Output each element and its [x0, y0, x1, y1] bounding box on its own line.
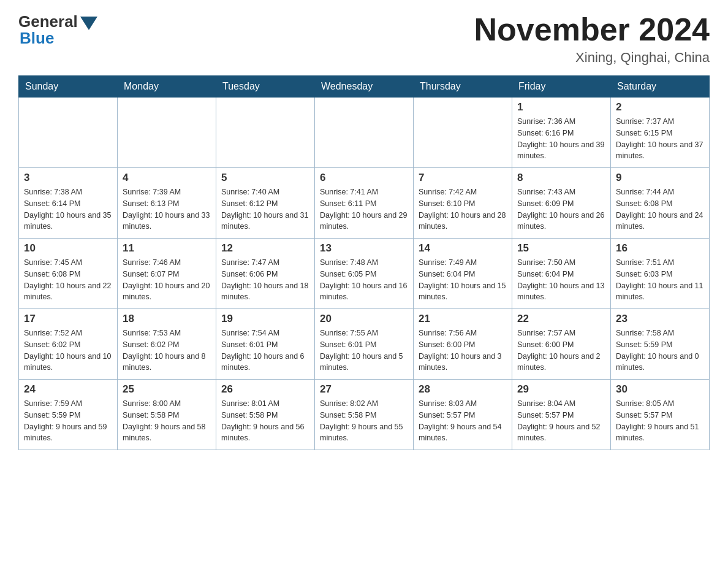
- day-number: 27: [320, 383, 408, 396]
- calendar-cell-3-4: 21Sunrise: 7:56 AMSunset: 6:00 PMDayligh…: [414, 309, 512, 380]
- day-number: 10: [24, 242, 112, 255]
- day-info: Sunrise: 7:41 AMSunset: 6:11 PMDaylight:…: [320, 186, 408, 232]
- day-number: 20: [320, 313, 408, 325]
- day-info: Sunrise: 7:52 AMSunset: 6:02 PMDaylight:…: [24, 327, 112, 373]
- day-info: Sunrise: 7:54 AMSunset: 6:01 PMDaylight:…: [221, 327, 309, 373]
- calendar-cell-1-5: 8Sunrise: 7:43 AMSunset: 6:09 PMDaylight…: [512, 168, 611, 239]
- calendar-cell-4-3: 27Sunrise: 8:02 AMSunset: 5:58 PMDayligh…: [315, 380, 414, 450]
- day-number: 26: [221, 383, 309, 396]
- calendar-cell-2-0: 10Sunrise: 7:45 AMSunset: 6:08 PMDayligh…: [19, 239, 118, 309]
- day-number: 29: [517, 383, 605, 396]
- day-info: Sunrise: 7:38 AMSunset: 6:14 PMDaylight:…: [24, 186, 112, 232]
- day-info: Sunrise: 7:48 AMSunset: 6:05 PMDaylight:…: [320, 257, 408, 303]
- calendar-cell-2-1: 11Sunrise: 7:46 AMSunset: 6:07 PMDayligh…: [118, 239, 216, 309]
- calendar-cell-0-6: 2Sunrise: 7:37 AMSunset: 6:15 PMDaylight…: [611, 98, 710, 168]
- day-info: Sunrise: 7:46 AMSunset: 6:07 PMDaylight:…: [123, 257, 211, 303]
- day-number: 8: [517, 172, 605, 184]
- calendar-cell-0-1: [118, 98, 216, 168]
- week-row-2: 3Sunrise: 7:38 AMSunset: 6:14 PMDaylight…: [19, 168, 710, 239]
- day-info: Sunrise: 7:56 AMSunset: 6:00 PMDaylight:…: [419, 327, 507, 373]
- day-info: Sunrise: 7:58 AMSunset: 5:59 PMDaylight:…: [616, 327, 704, 373]
- day-info: Sunrise: 8:01 AMSunset: 5:58 PMDaylight:…: [221, 398, 309, 444]
- day-info: Sunrise: 7:42 AMSunset: 6:10 PMDaylight:…: [419, 186, 507, 232]
- day-info: Sunrise: 7:43 AMSunset: 6:09 PMDaylight:…: [517, 186, 605, 232]
- day-number: 22: [517, 313, 605, 325]
- calendar-cell-0-3: [315, 98, 414, 168]
- day-number: 28: [419, 383, 507, 396]
- day-info: Sunrise: 8:00 AMSunset: 5:58 PMDaylight:…: [123, 398, 211, 444]
- day-number: 11: [123, 242, 211, 255]
- day-number: 12: [221, 242, 309, 255]
- day-info: Sunrise: 7:37 AMSunset: 6:15 PMDaylight:…: [616, 116, 704, 162]
- calendar-cell-4-0: 24Sunrise: 7:59 AMSunset: 5:59 PMDayligh…: [19, 380, 118, 450]
- calendar-cell-2-5: 15Sunrise: 7:50 AMSunset: 6:04 PMDayligh…: [512, 239, 611, 309]
- week-row-1: 1Sunrise: 7:36 AMSunset: 6:16 PMDaylight…: [19, 98, 710, 168]
- calendar-subtitle: Xining, Qinghai, China: [474, 50, 710, 66]
- logo-blue-text: Blue: [20, 29, 54, 48]
- calendar-cell-4-4: 28Sunrise: 8:03 AMSunset: 5:57 PMDayligh…: [414, 380, 512, 450]
- header-friday: Friday: [512, 76, 611, 98]
- day-number: 14: [419, 242, 507, 255]
- week-row-3: 10Sunrise: 7:45 AMSunset: 6:08 PMDayligh…: [19, 239, 710, 309]
- calendar-cell-3-0: 17Sunrise: 7:52 AMSunset: 6:02 PMDayligh…: [19, 309, 118, 380]
- calendar-cell-1-0: 3Sunrise: 7:38 AMSunset: 6:14 PMDaylight…: [19, 168, 118, 239]
- day-info: Sunrise: 8:04 AMSunset: 5:57 PMDaylight:…: [517, 398, 605, 444]
- calendar-cell-1-3: 6Sunrise: 7:41 AMSunset: 6:11 PMDaylight…: [315, 168, 414, 239]
- calendar-cell-3-5: 22Sunrise: 7:57 AMSunset: 6:00 PMDayligh…: [512, 309, 611, 380]
- day-number: 1: [517, 101, 605, 113]
- day-info: Sunrise: 7:40 AMSunset: 6:12 PMDaylight:…: [221, 186, 309, 232]
- day-number: 19: [221, 313, 309, 325]
- day-info: Sunrise: 7:53 AMSunset: 6:02 PMDaylight:…: [123, 327, 211, 373]
- day-number: 13: [320, 242, 408, 255]
- day-number: 23: [616, 313, 704, 325]
- calendar-cell-1-1: 4Sunrise: 7:39 AMSunset: 6:13 PMDaylight…: [118, 168, 216, 239]
- day-number: 7: [419, 172, 507, 184]
- title-block: November 2024 Xining, Qinghai, China: [474, 12, 710, 66]
- day-number: 4: [123, 172, 211, 184]
- day-info: Sunrise: 7:51 AMSunset: 6:03 PMDaylight:…: [616, 257, 704, 303]
- calendar-cell-4-2: 26Sunrise: 8:01 AMSunset: 5:58 PMDayligh…: [216, 380, 315, 450]
- day-number: 3: [24, 172, 112, 184]
- days-header-row: Sunday Monday Tuesday Wednesday Thursday…: [19, 76, 710, 98]
- header-thursday: Thursday: [414, 76, 512, 98]
- calendar-cell-3-3: 20Sunrise: 7:55 AMSunset: 6:01 PMDayligh…: [315, 309, 414, 380]
- calendar-cell-1-6: 9Sunrise: 7:44 AMSunset: 6:08 PMDaylight…: [611, 168, 710, 239]
- day-number: 24: [24, 383, 112, 396]
- calendar-cell-0-0: [19, 98, 118, 168]
- day-info: Sunrise: 7:49 AMSunset: 6:04 PMDaylight:…: [419, 257, 507, 303]
- calendar-cell-2-2: 12Sunrise: 7:47 AMSunset: 6:06 PMDayligh…: [216, 239, 315, 309]
- day-info: Sunrise: 8:03 AMSunset: 5:57 PMDaylight:…: [419, 398, 507, 444]
- day-info: Sunrise: 7:57 AMSunset: 6:00 PMDaylight:…: [517, 327, 605, 373]
- day-info: Sunrise: 7:47 AMSunset: 6:06 PMDaylight:…: [221, 257, 309, 303]
- header-saturday: Saturday: [611, 76, 710, 98]
- day-info: Sunrise: 8:02 AMSunset: 5:58 PMDaylight:…: [320, 398, 408, 444]
- day-number: 9: [616, 172, 704, 184]
- logo-triangle-icon: [80, 17, 97, 30]
- calendar-cell-0-5: 1Sunrise: 7:36 AMSunset: 6:16 PMDaylight…: [512, 98, 611, 168]
- day-info: Sunrise: 7:50 AMSunset: 6:04 PMDaylight:…: [517, 257, 605, 303]
- calendar-cell-3-1: 18Sunrise: 7:53 AMSunset: 6:02 PMDayligh…: [118, 309, 216, 380]
- page-header: General Blue November 2024 Xining, Qingh…: [18, 12, 710, 66]
- day-number: 25: [123, 383, 211, 396]
- calendar-cell-2-3: 13Sunrise: 7:48 AMSunset: 6:05 PMDayligh…: [315, 239, 414, 309]
- calendar-table: Sunday Monday Tuesday Wednesday Thursday…: [18, 75, 710, 450]
- calendar-cell-2-4: 14Sunrise: 7:49 AMSunset: 6:04 PMDayligh…: [414, 239, 512, 309]
- calendar-cell-4-6: 30Sunrise: 8:05 AMSunset: 5:57 PMDayligh…: [611, 380, 710, 450]
- calendar-cell-0-2: [216, 98, 315, 168]
- calendar-cell-4-5: 29Sunrise: 8:04 AMSunset: 5:57 PMDayligh…: [512, 380, 611, 450]
- header-monday: Monday: [118, 76, 216, 98]
- day-number: 5: [221, 172, 309, 184]
- header-sunday: Sunday: [19, 76, 118, 98]
- day-number: 18: [123, 313, 211, 325]
- day-number: 30: [616, 383, 704, 396]
- calendar-title: November 2024: [474, 12, 710, 47]
- day-number: 15: [517, 242, 605, 255]
- calendar-cell-3-6: 23Sunrise: 7:58 AMSunset: 5:59 PMDayligh…: [611, 309, 710, 380]
- logo: General Blue: [18, 12, 97, 48]
- header-wednesday: Wednesday: [315, 76, 414, 98]
- day-number: 2: [616, 101, 704, 113]
- day-info: Sunrise: 7:45 AMSunset: 6:08 PMDaylight:…: [24, 257, 112, 303]
- day-info: Sunrise: 7:39 AMSunset: 6:13 PMDaylight:…: [123, 186, 211, 232]
- week-row-4: 17Sunrise: 7:52 AMSunset: 6:02 PMDayligh…: [19, 309, 710, 380]
- day-number: 17: [24, 313, 112, 325]
